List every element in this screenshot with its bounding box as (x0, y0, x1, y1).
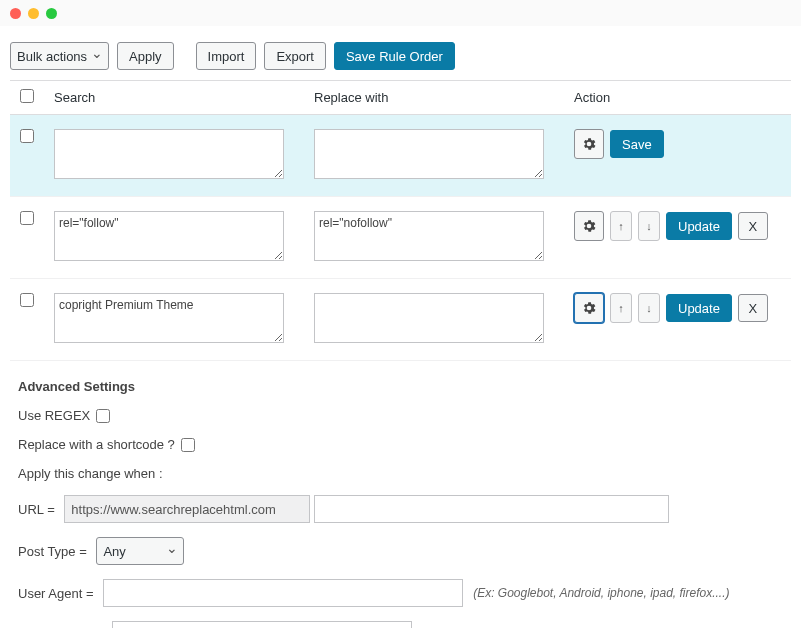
post-type-label: Post Type = (18, 544, 87, 559)
toolbar: Bulk actions Apply Import Export Save Ru… (10, 42, 791, 70)
window-min-dot (28, 8, 39, 19)
move-up-button[interactable]: ↑ (610, 293, 632, 323)
header-action: Action (564, 81, 791, 115)
advanced-settings: Advanced Settings Use REGEX Replace with… (10, 361, 791, 628)
settings-button[interactable] (574, 211, 604, 241)
replace-textarea[interactable] (314, 129, 544, 179)
table-row: Save (10, 115, 791, 197)
settings-button[interactable] (574, 293, 604, 323)
move-up-button[interactable]: ↑ (610, 211, 632, 241)
row-checkbox[interactable] (20, 211, 34, 225)
delete-button[interactable]: X (738, 212, 768, 240)
header-replace: Replace with (304, 81, 564, 115)
header-search: Search (44, 81, 304, 115)
apply-button[interactable]: Apply (117, 42, 174, 70)
use-regex-checkbox[interactable] (96, 409, 110, 423)
gear-icon (581, 218, 597, 234)
replace-textarea[interactable]: rel="nofollow" (314, 211, 544, 261)
bulk-actions-select[interactable]: Bulk actions (10, 42, 109, 70)
table-row: copright Premium Theme↑↓UpdateX (10, 279, 791, 361)
user-agent-input[interactable] (103, 579, 463, 607)
replace-shortcode-label: Replace with a shortcode ? (18, 437, 175, 452)
url-readonly-field (64, 495, 310, 523)
row-checkbox[interactable] (20, 129, 34, 143)
gear-icon (581, 136, 597, 152)
url-input[interactable] (314, 495, 669, 523)
window-titlebar (0, 0, 801, 26)
advanced-title: Advanced Settings (18, 379, 783, 394)
import-button[interactable]: Import (196, 42, 257, 70)
search-textarea[interactable]: copright Premium Theme (54, 293, 284, 343)
rules-table: Search Replace with Action Saverel="foll… (10, 80, 791, 361)
update-button[interactable]: Update (666, 212, 732, 240)
export-button[interactable]: Export (264, 42, 326, 70)
row-checkbox[interactable] (20, 293, 34, 307)
post-type-select[interactable]: Any (96, 537, 184, 565)
gear-icon (581, 300, 597, 316)
move-down-button[interactable]: ↓ (638, 293, 660, 323)
user-agent-hint: (Ex: Googlebot, Android, iphone, ipad, f… (473, 586, 729, 600)
query-string-input[interactable] (112, 621, 412, 628)
update-button[interactable]: Update (666, 294, 732, 322)
select-all-checkbox[interactable] (20, 89, 34, 103)
settings-button[interactable] (574, 129, 604, 159)
replace-shortcode-checkbox[interactable] (181, 438, 195, 452)
search-textarea[interactable] (54, 129, 284, 179)
save-rule-order-button[interactable]: Save Rule Order (334, 42, 455, 70)
use-regex-label: Use REGEX (18, 408, 90, 423)
user-agent-label: User Agent = (18, 586, 94, 601)
apply-when-label: Apply this change when : (18, 466, 163, 481)
move-down-button[interactable]: ↓ (638, 211, 660, 241)
replace-textarea[interactable] (314, 293, 544, 343)
window-close-dot (10, 8, 21, 19)
table-row: rel="follow"rel="nofollow"↑↓UpdateX (10, 197, 791, 279)
search-textarea[interactable]: rel="follow" (54, 211, 284, 261)
window-max-dot (46, 8, 57, 19)
save-button[interactable]: Save (610, 130, 664, 158)
url-label: URL = (18, 502, 55, 517)
delete-button[interactable]: X (738, 294, 768, 322)
